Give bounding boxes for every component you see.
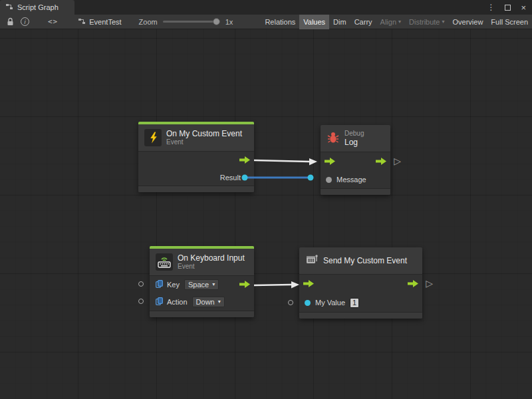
node-subtitle: Event <box>166 138 242 146</box>
dim-button[interactable]: Dim <box>329 15 350 29</box>
key-outside-port[interactable] <box>138 281 144 287</box>
my-value-port-label: My Value <box>315 299 345 307</box>
node-body: Result <box>138 151 254 186</box>
node-footer <box>138 186 254 192</box>
window-menu-icon[interactable]: ⋮ <box>487 3 495 12</box>
window-controls: ⋮ × <box>487 0 532 15</box>
key-port-label: Key <box>167 281 180 289</box>
flow-row <box>321 152 390 171</box>
values-button[interactable]: Values <box>299 15 329 29</box>
code-view-icon[interactable]: <> <box>48 17 58 26</box>
node-footer <box>299 313 422 319</box>
message-port-row: Message <box>321 171 390 188</box>
flow-continue-icon[interactable]: ▷ <box>394 156 401 166</box>
node-send-my-custom-event[interactable]: Send My Custom Event My Value ▷ <box>299 247 422 319</box>
tab-script-graph[interactable]: Script Graph <box>0 0 74 15</box>
message-input-port[interactable] <box>326 177 332 183</box>
node-header: On Keyboard Input Event <box>150 249 254 275</box>
graph-file-icon <box>78 17 86 27</box>
zoom-label: Zoom <box>139 18 158 26</box>
lock-icon[interactable] <box>5 15 15 29</box>
flow-continue-icon[interactable]: ▷ <box>426 278 433 289</box>
my-value-field[interactable] <box>350 298 359 308</box>
node-title: Send My Custom Event <box>323 256 407 265</box>
node-title: Log <box>344 138 364 147</box>
node-title: On Keyboard Input <box>178 253 245 263</box>
flow-output-row <box>138 152 254 169</box>
carry-button[interactable]: Carry <box>350 15 376 29</box>
enum-type-icon <box>156 279 163 291</box>
node-body: Message <box>321 152 390 189</box>
zoom-control: Zoom 1x <box>139 18 233 26</box>
bug-icon <box>327 130 340 146</box>
tab-label: Script Graph <box>17 3 59 11</box>
script-graph-icon <box>5 3 13 12</box>
info-icon[interactable]: i <box>21 17 29 26</box>
flow-output-port[interactable] <box>376 156 386 168</box>
close-icon[interactable]: × <box>521 3 526 13</box>
node-header: Debug Log <box>321 125 390 152</box>
key-dropdown[interactable]: Space▾ <box>184 279 219 290</box>
enum-type-icon <box>156 296 163 308</box>
zoom-slider-thumb[interactable] <box>213 18 220 25</box>
lightning-icon <box>144 129 162 146</box>
chevron-down-icon: ▾ <box>212 282 215 287</box>
flow-output-port[interactable] <box>408 278 418 290</box>
result-port-label: Result <box>220 174 241 182</box>
window-titlebar: Script Graph ⋮ × <box>0 0 532 15</box>
node-on-my-custom-event[interactable]: On My Custom Event Event Result <box>138 122 254 192</box>
zoom-slider[interactable] <box>163 21 220 23</box>
toolbar-buttons: Relations Values Dim Carry Align▾ Distri… <box>261 15 532 29</box>
chevron-down-icon: ▾ <box>398 19 401 25</box>
node-category: Debug <box>344 130 364 138</box>
node-subtitle: Event <box>178 263 245 271</box>
node-debug-log[interactable]: Debug Log Message ▷ <box>321 125 390 195</box>
result-port-row: Result <box>138 169 254 186</box>
event-machine-icon <box>305 253 319 269</box>
wires-layer <box>0 29 532 399</box>
wire-flow-keyboard-to-send[interactable] <box>254 281 299 289</box>
node-title: On My Custom Event <box>166 129 242 138</box>
flow-row <box>299 275 422 293</box>
flow-input-port[interactable] <box>303 278 314 290</box>
node-footer <box>150 311 254 317</box>
wire-flow-event-to-log[interactable] <box>254 158 317 166</box>
node-header: On My Custom Event Event <box>138 124 254 151</box>
message-port-label: Message <box>336 176 366 184</box>
node-footer <box>321 189 390 195</box>
distribute-button[interactable]: Distribute▾ <box>405 15 448 29</box>
chevron-down-icon: ▾ <box>218 299 221 305</box>
graph-toolbar: i <> EventTest Zoom 1x Relations Values … <box>0 15 532 29</box>
node-body: Key Space▾ Action Down▾ <box>150 275 254 311</box>
graph-canvas[interactable]: On My Custom Event Event Result Debug L <box>0 29 532 399</box>
chevron-down-icon: ▾ <box>442 19 445 25</box>
graph-breadcrumb[interactable]: EventTest <box>78 17 121 27</box>
relations-button[interactable]: Relations <box>261 15 299 29</box>
action-port-label: Action <box>167 298 188 306</box>
flow-output-port[interactable] <box>239 279 250 291</box>
overview-button[interactable]: Overview <box>449 15 487 29</box>
action-outside-port[interactable] <box>138 299 144 304</box>
flow-input-port[interactable] <box>325 156 335 168</box>
action-port-row: Action Down▾ <box>150 293 254 311</box>
node-body: My Value <box>299 274 422 313</box>
fullscreen-button[interactable]: Full Screen <box>487 15 532 29</box>
my-value-input-port[interactable] <box>305 300 311 306</box>
keyboard-icon <box>156 253 173 271</box>
maximize-icon[interactable] <box>505 5 511 11</box>
zoom-value: 1x <box>225 18 233 26</box>
node-on-keyboard-input[interactable]: On Keyboard Input Event Key Space▾ <box>150 246 254 317</box>
align-button[interactable]: Align▾ <box>376 15 405 29</box>
action-dropdown[interactable]: Down▾ <box>192 297 225 307</box>
node-header: Send My Custom Event <box>299 247 422 274</box>
my-value-outside-port[interactable] <box>288 300 293 305</box>
my-value-port-row: My Value <box>299 293 422 312</box>
flow-output-port[interactable] <box>239 154 250 166</box>
key-port-row: Key Space▾ <box>150 276 254 293</box>
graph-name: EventTest <box>89 18 121 26</box>
